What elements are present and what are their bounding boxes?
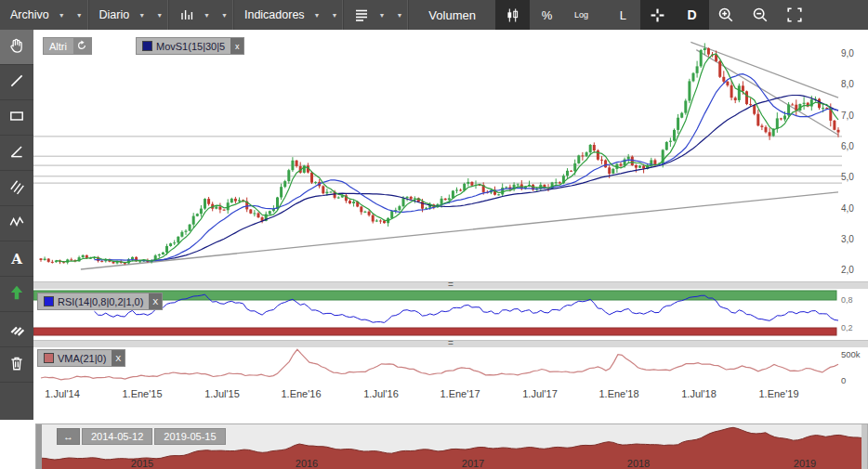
rsi-chip-label: RSI(14|0,8|0,2|1,0) — [58, 296, 143, 307]
chevron-down-icon[interactable]: ▼ — [137, 11, 147, 20]
line-icon — [8, 72, 25, 93]
text-tool[interactable]: A — [0, 241, 33, 277]
chevron-down-icon[interactable]: ▼ — [330, 11, 340, 20]
timeline-navigator[interactable]: ↔ 2014-05-12 2019-05-15 2015 2016 2017 2… — [35, 423, 868, 469]
menu-diario-label: Diario — [99, 8, 130, 21]
chevron-down-icon[interactable]: ▼ — [74, 11, 85, 20]
log-label: Log — [574, 10, 588, 20]
fit-screen-button[interactable] — [778, 0, 812, 30]
drawing-tools-sidebar: A — [0, 30, 33, 420]
parallel-lines-tool[interactable] — [0, 171, 33, 206]
time-axis-tick: 1.Ene'17 — [440, 388, 480, 399]
candlestick-style-button[interactable] — [495, 0, 530, 30]
layout-lines-icon — [354, 7, 369, 22]
trading-app-window: Archivo ▼ ▼ Diario ▼ ▼ ▼ ▼ Indicadores ▼… — [0, 0, 868, 469]
vma-chip[interactable]: VMA(21|0) X — [37, 349, 125, 367]
navigator-left-handle[interactable] — [36, 424, 42, 469]
chevron-down-icon[interactable]: ▼ — [394, 11, 404, 20]
symbol-label: Altri — [49, 41, 67, 52]
percent-scale-button[interactable]: % — [530, 0, 564, 30]
menu-layout[interactable]: ▼ ▼ — [344, 0, 409, 30]
price-axis-tick: 8,0 — [841, 79, 854, 89]
linear-scale-button[interactable]: L — [606, 0, 640, 30]
pan-tool[interactable] — [0, 30, 33, 65]
refresh-icon — [76, 40, 87, 53]
rectangle-icon — [8, 108, 25, 128]
volumen-label: Volumen — [428, 8, 476, 22]
buy-arrow-tool[interactable] — [0, 277, 33, 312]
time-axis-tick: 1.Jul'15 — [204, 388, 240, 399]
navigator-right-handle[interactable] — [861, 424, 867, 469]
rsi-chip[interactable]: RSI(14|0,8|0,2|1,0) X — [37, 293, 163, 310]
vma-chip-label: VMA(21|0) — [58, 353, 106, 364]
zoom-out-button[interactable] — [743, 0, 778, 30]
menu-archivo[interactable]: Archivo ▼ ▼ — [0, 0, 89, 30]
menu-chart-style[interactable]: ▼ ▼ — [169, 0, 234, 30]
chevron-down-icon[interactable]: ▼ — [312, 11, 322, 20]
time-axis-tick: 1.Ene'18 — [598, 388, 638, 399]
percent-label: % — [542, 8, 553, 22]
price-chart-panel[interactable]: 9,0 8,0 7,0 6,0 5,0 4,0 3,0 2,0 Altri Mo… — [33, 30, 868, 281]
rsi-axis-tick: 0,8 — [841, 295, 853, 305]
price-axis-tick: 7,0 — [841, 111, 854, 121]
close-icon[interactable]: X — [149, 293, 162, 309]
price-axis-tick: 4,0 — [841, 203, 854, 214]
arrow-up-icon — [8, 284, 25, 305]
chevron-down-icon[interactable]: ▼ — [57, 11, 67, 20]
price-chart[interactable] — [33, 30, 868, 281]
crosshair-icon — [650, 7, 665, 23]
year-label: 2018 — [627, 458, 650, 469]
zoom-out-icon — [752, 7, 769, 23]
symbol-chip[interactable]: Altri — [43, 37, 92, 55]
wave-tool[interactable] — [0, 206, 33, 241]
refresh-button[interactable] — [73, 38, 91, 54]
linear-label: L — [620, 8, 626, 22]
log-scale-button[interactable]: Log — [564, 0, 598, 30]
time-axis-tick: 1.Jul'16 — [363, 388, 399, 399]
zoom-in-button[interactable] — [709, 0, 743, 30]
chart-style-icon — [179, 7, 194, 22]
menu-indicadores[interactable]: Indicadores ▼ ▼ — [234, 0, 345, 30]
chevron-down-icon[interactable]: ▼ — [219, 11, 230, 20]
date-from-field[interactable]: 2014-05-12 — [82, 428, 152, 445]
chevron-down-icon[interactable]: ▼ — [202, 11, 212, 20]
delete-tool[interactable] — [0, 347, 33, 383]
candlestick-icon — [505, 7, 520, 23]
line-tool[interactable] — [0, 65, 33, 100]
rsi-axis-tick: 0,2 — [841, 323, 853, 332]
date-to-field[interactable]: 2019-05-15 — [154, 428, 225, 445]
date-range-control: ↔ 2014-05-12 2019-05-15 — [57, 428, 226, 445]
price-axis-tick: 9,0 — [841, 48, 854, 59]
daily-timeframe-button[interactable]: D — [675, 0, 709, 30]
zoom-in-icon — [717, 7, 734, 23]
rectangle-tool[interactable] — [0, 100, 33, 136]
volume-axis-tick: 500k — [841, 349, 861, 359]
menu-timeframe-diario[interactable]: Diario ▼ ▼ — [89, 0, 170, 30]
moving-average-chip[interactable]: MovS1(15|30|5 x — [136, 37, 244, 55]
range-arrows-icon[interactable]: ↔ — [57, 428, 80, 445]
volumen-button[interactable]: Volumen — [416, 0, 488, 30]
parallel-lines-icon — [8, 178, 25, 199]
ma-chip-label: MovS1(15|30|5 — [156, 41, 225, 52]
year-label: 2015 — [131, 458, 153, 469]
time-axis-tick: 1.Ene'19 — [758, 388, 798, 399]
volume-chart[interactable] — [33, 347, 868, 385]
chevron-down-icon[interactable]: ▼ — [376, 11, 387, 20]
rsi-color-swatch — [44, 296, 54, 306]
volume-indicator-panel[interactable]: 500k 0 VMA(21|0) X — [33, 347, 868, 385]
time-axis-tick: 1.Ene'16 — [281, 388, 321, 399]
hand-icon — [8, 37, 25, 58]
hatch-icon — [8, 319, 25, 340]
year-label: 2016 — [296, 458, 318, 469]
close-icon[interactable]: x — [230, 38, 243, 54]
volume-axis-tick: 0 — [841, 375, 846, 385]
rsi-indicator-panel[interactable]: 0,8 0,2 RSI(14|0,8|0,2|1,0) X — [33, 289, 868, 340]
zigzag-icon — [8, 214, 25, 234]
time-axis-tick: 1.Jul'17 — [522, 388, 558, 399]
crosshair-button[interactable] — [640, 0, 675, 30]
angle-icon — [8, 143, 25, 163]
trend-angle-tool[interactable] — [0, 136, 33, 171]
close-icon[interactable]: X — [112, 350, 125, 366]
hatch-brush-tool[interactable] — [0, 312, 33, 347]
chevron-down-icon[interactable]: ▼ — [154, 11, 164, 20]
